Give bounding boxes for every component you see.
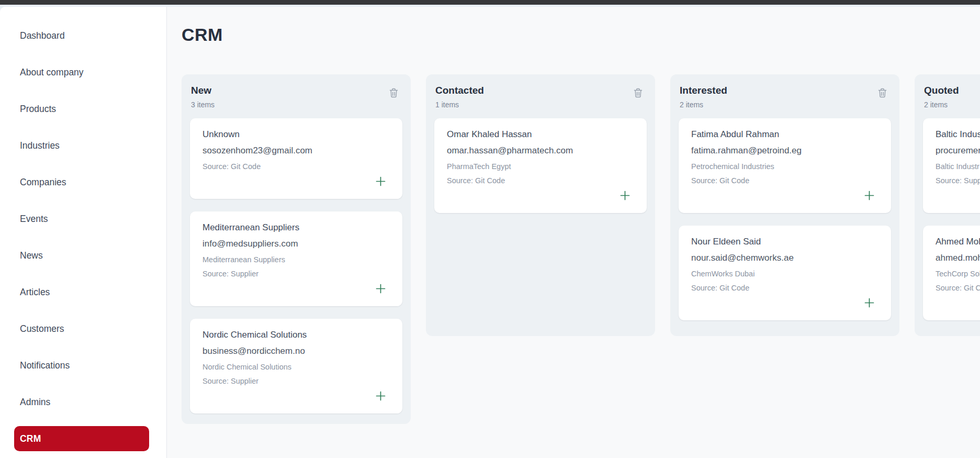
lead-email: nour.said@chemworks.ae: [691, 252, 878, 263]
lead-name: Unknown: [202, 129, 390, 140]
lead-email: procuremen: [936, 145, 980, 156]
lead-card[interactable]: Ahmed Moh ahmed.moh TechCorp Sol Source:…: [923, 226, 980, 320]
column-header-text: New 3 items: [191, 85, 215, 109]
lead-source: Source: Git Code: [691, 283, 878, 293]
lead-company: Petrochemical Industries: [691, 162, 878, 171]
sidebar-item-products[interactable]: Products: [0, 91, 166, 127]
column-cards: Fatima Abdul Rahman fatima.rahman@petroi…: [679, 118, 891, 320]
card-actions: [447, 185, 634, 206]
sidebar-item-industries[interactable]: Industries: [0, 127, 166, 164]
lead-email: business@nordicchem.no: [202, 345, 390, 356]
plus-icon: [863, 195, 875, 203]
add-button[interactable]: [863, 189, 875, 202]
lead-company: Nordic Chemical Solutions: [202, 362, 390, 372]
add-button[interactable]: [619, 189, 631, 202]
page-title: CRM: [182, 25, 980, 45]
column-header: Interested 2 items: [679, 84, 891, 109]
lead-source: Source: Git Code: [447, 176, 634, 185]
sidebar: DashboardAbout companyProductsIndustries…: [0, 7, 167, 458]
lead-name: Nordic Chemical Solutions: [202, 329, 390, 340]
column-header-text: Interested 2 items: [680, 85, 727, 109]
kanban-board: New 3 items Unknown sosozenhom23@gmail.c…: [182, 74, 980, 424]
lead-name: Omar Khaled Hassan: [447, 129, 634, 140]
lead-email: omar.hassan@pharmatech.com: [447, 145, 634, 156]
card-actions: [691, 185, 878, 206]
column-header-text: Contacted 1 items: [435, 85, 484, 109]
add-button[interactable]: [375, 283, 387, 295]
app-frame: DashboardAbout companyProductsIndustries…: [0, 7, 980, 458]
window-chrome-bar: [0, 0, 980, 5]
lead-source: Source: Git Code: [691, 176, 878, 185]
sidebar-item-companies[interactable]: Companies: [0, 164, 166, 200]
column-item-count: 3 items: [191, 100, 215, 109]
lead-source: Source: Suppl: [936, 176, 980, 185]
main-content: CRM New 3 items Unkno: [167, 7, 980, 458]
delete-column-button[interactable]: [387, 86, 400, 100]
lead-card[interactable]: Mediterranean Suppliers info@medsupplier…: [190, 211, 402, 306]
sidebar-item-notifications[interactable]: Notifications: [0, 347, 166, 384]
lead-company: PharmaTech Egypt: [447, 162, 634, 171]
lead-card[interactable]: Omar Khaled Hassan omar.hassan@pharmatec…: [434, 118, 647, 213]
plus-icon: [375, 181, 387, 189]
sidebar-item-dashboard[interactable]: Dashboard: [0, 17, 166, 54]
sidebar-item-events[interactable]: Events: [0, 200, 166, 237]
column-header-text: Quoted 2 items: [924, 85, 959, 109]
lead-name: Ahmed Moh: [936, 236, 980, 247]
lead-email: info@medsuppliers.com: [202, 238, 390, 249]
plus-icon: [863, 303, 875, 310]
lead-company: Baltic Industr: [936, 162, 980, 171]
lead-email: fatima.rahman@petroind.eg: [691, 145, 878, 156]
lead-company: ChemWorks Dubai: [691, 269, 878, 278]
sidebar-item-about-company[interactable]: About company: [0, 54, 166, 91]
add-button[interactable]: [375, 390, 387, 402]
delete-column-button[interactable]: [632, 86, 645, 100]
lead-name: Fatima Abdul Rahman: [691, 129, 878, 140]
add-button[interactable]: [863, 297, 875, 309]
column-title: New: [191, 85, 215, 97]
lead-source: Source: Git C: [936, 283, 980, 293]
sidebar-item-crm[interactable]: CRM: [14, 426, 149, 451]
column-item-count: 2 items: [680, 100, 727, 109]
card-actions: [202, 171, 390, 192]
sidebar-nav: DashboardAbout companyProductsIndustries…: [0, 17, 166, 451]
lead-email: sosozenhom23@gmail.com: [202, 145, 390, 156]
sidebar-item-news[interactable]: News: [0, 237, 166, 274]
card-actions: [936, 185, 980, 206]
kanban-column-interested: Interested 2 items Fatima Abdul Rahman f…: [670, 74, 899, 336]
column-header: Contacted 1 items: [434, 84, 647, 109]
kanban-column-new: New 3 items Unknown sosozenhom23@gmail.c…: [182, 74, 411, 424]
lead-name: Baltic Indus: [936, 129, 980, 140]
column-cards: Omar Khaled Hassan omar.hassan@pharmatec…: [434, 118, 647, 213]
delete-column-button[interactable]: [876, 86, 889, 100]
lead-card[interactable]: Nour Eldeen Said nour.said@chemworks.ae …: [679, 226, 891, 320]
sidebar-item-customers[interactable]: Customers: [0, 310, 166, 347]
plus-icon: [375, 396, 387, 404]
column-title: Quoted: [924, 85, 959, 97]
lead-name: Nour Eldeen Said: [691, 236, 878, 247]
trash-icon: [389, 92, 398, 99]
kanban-column-contacted: Contacted 1 items Omar Khaled Hassan oma…: [426, 74, 655, 336]
sidebar-item-admins[interactable]: Admins: [0, 384, 166, 420]
kanban-column-quoted: Quoted 2 items Baltic Indus procuremen B…: [915, 74, 980, 336]
column-item-count: 1 items: [435, 100, 484, 109]
column-cards: Baltic Indus procuremen Baltic Industr S…: [923, 118, 980, 320]
plus-icon: [619, 195, 631, 203]
card-actions: [202, 386, 390, 406]
column-title: Contacted: [435, 85, 484, 97]
lead-card[interactable]: Unknown sosozenhom23@gmail.com Source: G…: [190, 118, 402, 199]
card-actions: [936, 293, 980, 313]
column-header: New 3 items: [190, 84, 402, 109]
lead-card[interactable]: Fatima Abdul Rahman fatima.rahman@petroi…: [679, 118, 891, 213]
lead-company: TechCorp Sol: [936, 269, 980, 278]
lead-source: Source: Git Code: [202, 162, 390, 171]
lead-source: Source: Supplier: [202, 376, 390, 386]
column-header: Quoted 2 items: [923, 84, 980, 109]
lead-card[interactable]: Baltic Indus procuremen Baltic Industr S…: [923, 118, 980, 213]
add-button[interactable]: [375, 175, 387, 187]
lead-email: ahmed.moh: [936, 252, 980, 263]
plus-icon: [375, 288, 387, 296]
sidebar-item-articles[interactable]: Articles: [0, 274, 166, 310]
trash-icon: [878, 92, 887, 99]
lead-card[interactable]: Nordic Chemical Solutions business@nordi…: [190, 319, 402, 414]
column-title: Interested: [680, 85, 727, 97]
